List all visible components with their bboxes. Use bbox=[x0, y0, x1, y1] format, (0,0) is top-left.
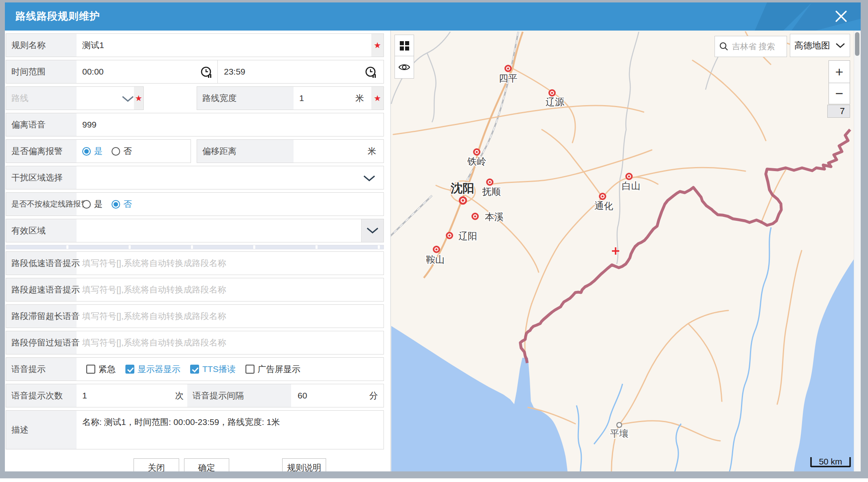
voice-times-label: 语音提示次数 bbox=[6, 384, 77, 407]
required-star-icon: ★ bbox=[374, 93, 381, 103]
radio-label: 是 bbox=[94, 145, 103, 157]
offset-distance-unit: 米 bbox=[368, 140, 376, 163]
maptype-label: 高德地图 bbox=[794, 40, 830, 52]
clock-icon[interactable] bbox=[200, 66, 214, 79]
horizontal-resize-strip[interactable] bbox=[6, 245, 384, 249]
seg-stay-long-row: 路段滞留超长语音 填写符号[],系统将自动转换成路段名称 bbox=[6, 304, 384, 328]
checkbox-tts[interactable]: TTS播读 bbox=[190, 363, 236, 375]
search-placeholder: 吉林省 搜索 bbox=[732, 41, 775, 52]
rule-name-label: 规则名称 bbox=[6, 34, 77, 57]
seg-low-speed-row: 路段低速语音提示 填写符号[],系统将自动转换成路段名称 bbox=[6, 251, 384, 275]
off-route-alarm-label: 是否不按核定线路报警 bbox=[6, 193, 77, 216]
checkbox-label: 紧急 bbox=[99, 363, 116, 375]
clock-icon[interactable] bbox=[364, 66, 378, 79]
city-label-capital: 沈阳 bbox=[450, 182, 474, 195]
zoom-in-button[interactable]: + bbox=[829, 60, 850, 83]
window-frame bbox=[0, 0, 5, 478]
chevron-down-icon[interactable] bbox=[362, 174, 376, 183]
checkbox-checked-icon bbox=[125, 365, 134, 374]
route-select-placeholder[interactable]: 路线 bbox=[6, 87, 77, 110]
chevron-down-icon bbox=[835, 42, 846, 49]
city-label: 通化 bbox=[594, 200, 613, 211]
radio-label: 否 bbox=[123, 198, 132, 210]
route-width-label: 路线宽度 bbox=[197, 87, 294, 110]
rule-name-input[interactable]: 测试1 bbox=[77, 34, 371, 57]
time-range-row: 时间范围 00:00 23:59 bbox=[6, 60, 384, 84]
voice-interval-label: 语音提示间隔 bbox=[187, 384, 291, 407]
radio-dot-icon bbox=[112, 200, 120, 209]
checkbox-ad-screen[interactable]: 广告屏显示 bbox=[245, 363, 300, 375]
window-frame bbox=[861, 0, 868, 478]
route-select-row: 路线 ★ bbox=[6, 86, 144, 110]
deviation-alarm-label: 是否偏离报警 bbox=[6, 140, 77, 163]
dialog-title: 路线路段规则维护 bbox=[15, 9, 100, 23]
zoom-out-label: − bbox=[835, 86, 844, 101]
city-label: 白山 bbox=[622, 180, 640, 191]
description-row: 描述 名称: 测试1，时间范围: 00:00-23:59，路线宽度: 1米 bbox=[6, 410, 384, 449]
chevron-down-icon[interactable] bbox=[121, 95, 135, 103]
chevron-down-icon bbox=[366, 227, 379, 235]
seg-stay-short-input[interactable]: 填写符号[],系统将自动转换成路段名称 bbox=[77, 331, 384, 354]
time-start-input[interactable]: 00:00 bbox=[77, 60, 217, 83]
description-label: 描述 bbox=[6, 411, 77, 449]
valid-area-label: 有效区域 bbox=[6, 219, 77, 242]
city-label: 鞍山 bbox=[426, 254, 445, 265]
maptype-select[interactable]: 高德地图 bbox=[790, 34, 850, 57]
radio-label: 否 bbox=[123, 145, 132, 157]
map-canvas[interactable]: 四平 辽源 铁岭 沈阳 抚顺 白山 通化 本溪 辽阳 鞍山 平壤 50 km bbox=[390, 31, 854, 471]
voice-times-input[interactable]: 1 bbox=[77, 384, 158, 407]
seg-low-speed-label: 路段低速语音提示 bbox=[6, 252, 77, 275]
voice-interval-input[interactable]: 60 bbox=[291, 384, 356, 407]
grid-icon bbox=[400, 41, 409, 50]
city-label: 抚顺 bbox=[482, 186, 501, 197]
voice-times-row: 语音提示次数 1 次 语音提示间隔 60 分 bbox=[6, 384, 384, 407]
radio-deviation-no[interactable]: 否 bbox=[112, 145, 132, 157]
valid-area-dropdown-button[interactable] bbox=[361, 219, 384, 242]
required-cell: ★ bbox=[371, 34, 384, 57]
seg-over-speed-input[interactable]: 填写符号[],系统将自动转换成路段名称 bbox=[77, 278, 384, 301]
radio-offroute-no[interactable]: 否 bbox=[112, 198, 132, 210]
offset-distance-input[interactable] bbox=[294, 140, 359, 163]
close-icon[interactable] bbox=[833, 8, 849, 24]
route-width-unit: 米 bbox=[355, 87, 364, 110]
checkbox-label: TTS播读 bbox=[202, 363, 236, 375]
dialog-titlebar: 路线路段规则维护 bbox=[5, 2, 861, 31]
required-star-icon: ★ bbox=[135, 93, 142, 103]
city-label: 辽源 bbox=[546, 97, 564, 107]
window-frame bbox=[0, 471, 868, 478]
radio-dot-icon bbox=[112, 147, 120, 156]
zoom-out-button[interactable]: − bbox=[829, 83, 850, 104]
seg-low-speed-input[interactable]: 填写符号[],系统将自动转换成路段名称 bbox=[77, 252, 384, 275]
voice-prompt-row: 语音提示 紧急 显示器显示 TTS播读 广告屏显示 bbox=[6, 357, 384, 381]
interference-area-row[interactable]: 干扰区域选择 bbox=[6, 166, 384, 189]
map-layers-button[interactable] bbox=[395, 35, 414, 56]
radio-deviation-yes[interactable]: 是 bbox=[82, 145, 103, 157]
required-cell: ★ bbox=[371, 87, 384, 110]
deviation-voice-input[interactable]: 999 bbox=[77, 113, 384, 136]
description-text: 名称: 测试1，时间范围: 00:00-23:59，路线宽度: 1米 bbox=[82, 416, 379, 428]
city-label: 辽阳 bbox=[458, 231, 477, 241]
valid-area-row[interactable]: 有效区域 bbox=[6, 219, 384, 242]
seg-stay-long-input[interactable]: 填写符号[],系统将自动转换成路段名称 bbox=[77, 305, 384, 328]
voice-interval-unit: 分 bbox=[369, 384, 378, 407]
time-range-label: 时间范围 bbox=[6, 60, 77, 83]
checkbox-monitor-display[interactable]: 显示器显示 bbox=[125, 363, 180, 375]
radio-offroute-yes[interactable]: 是 bbox=[82, 198, 103, 210]
eye-icon bbox=[398, 63, 410, 72]
map-search-box[interactable]: 吉林省 搜索 bbox=[715, 36, 787, 57]
checkbox-label: 显示器显示 bbox=[138, 363, 180, 375]
scrollbar-thumb[interactable] bbox=[855, 32, 859, 56]
off-route-alarm-row: 是否不按核定线路报警 是 否 bbox=[6, 192, 384, 216]
seg-stay-short-label: 路段停留过短语音 bbox=[6, 331, 77, 354]
route-width-input[interactable]: 1 bbox=[294, 87, 359, 110]
vertical-scrollbar[interactable] bbox=[854, 31, 861, 471]
deviation-voice-label: 偏离语音 bbox=[6, 113, 77, 136]
map-visibility-button[interactable] bbox=[395, 56, 414, 79]
time-end-input[interactable]: 23:59 bbox=[217, 60, 358, 83]
search-icon bbox=[719, 42, 729, 51]
zoom-level-value: 7 bbox=[840, 106, 845, 117]
rule-name-row: 规则名称 测试1 ★ bbox=[6, 33, 384, 57]
radio-dot-icon bbox=[82, 200, 91, 209]
checkbox-urgent[interactable]: 紧急 bbox=[86, 363, 116, 375]
seg-stay-short-row: 路段停留过短语音 填写符号[],系统将自动转换成路段名称 bbox=[6, 331, 384, 354]
